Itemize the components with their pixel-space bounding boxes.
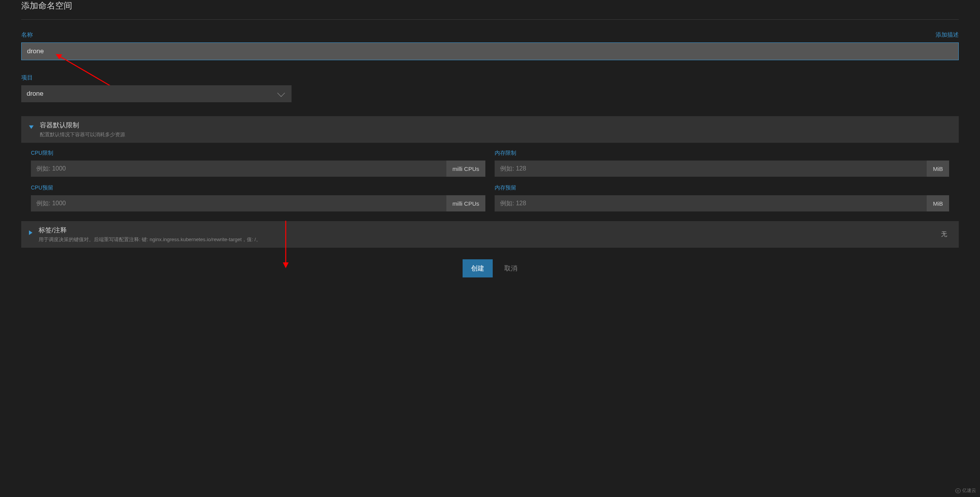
labels-section-status: 无 — [941, 230, 951, 238]
cpu-reserve-input[interactable] — [31, 195, 446, 211]
cpu-limit-label: CPU限制 — [31, 150, 485, 157]
divider — [21, 19, 959, 20]
container-limits-desc: 配置默认情况下容器可以消耗多少资源 — [40, 131, 951, 138]
watermark: ∞ 亿速云 — [955, 487, 976, 494]
cpu-limit-input[interactable] — [31, 161, 446, 177]
expand-toggle-icon — [29, 230, 32, 235]
cpu-limit-unit: milli CPUs — [446, 161, 485, 177]
cancel-button[interactable]: 取消 — [504, 264, 517, 273]
container-limits-title: 容器默认限制 — [40, 121, 951, 130]
page-title: 添加命名空间 — [21, 0, 959, 19]
name-label: 名称 — [21, 31, 33, 39]
container-limits-header[interactable]: 容器默认限制 配置默认情况下容器可以消耗多少资源 — [21, 116, 959, 143]
project-field-block: 项目 drone — [21, 74, 959, 102]
mem-reserve-label: 内存预留 — [495, 184, 949, 191]
limits-grid: CPU限制 milli CPUs 内存限制 MiB CPU预留 milli CP… — [21, 150, 959, 221]
add-description-link[interactable]: 添加描述 — [936, 31, 959, 39]
labels-section-title: 标签/注释 — [39, 226, 935, 235]
labels-section-header[interactable]: 标签/注释 用于调度决策的键值对。后端重写请配置注释: 键: nginx.ing… — [21, 221, 959, 248]
mem-reserve-unit: MiB — [927, 195, 949, 211]
mem-limit-label: 内存限制 — [495, 150, 949, 157]
labels-section-desc: 用于调度决策的键值对。后端重写请配置注释: 键: nginx.ingress.k… — [39, 236, 935, 243]
cpu-reserve-label: CPU预留 — [31, 184, 485, 191]
mem-reserve-input[interactable] — [495, 195, 927, 211]
mem-limit-unit: MiB — [927, 161, 949, 177]
watermark-icon: ∞ — [955, 489, 961, 493]
project-label: 项目 — [21, 74, 33, 81]
name-input[interactable] — [21, 42, 959, 60]
collapse-toggle-icon — [29, 125, 34, 129]
mem-limit-input[interactable] — [495, 161, 927, 177]
project-select[interactable]: drone — [21, 85, 292, 102]
project-selected-value: drone — [27, 90, 43, 98]
watermark-text: 亿速云 — [962, 487, 976, 494]
name-field-block: 名称 添加描述 — [21, 31, 959, 60]
cpu-reserve-unit: milli CPUs — [446, 195, 485, 211]
chevron-down-icon — [277, 89, 285, 97]
create-button[interactable]: 创建 — [463, 259, 493, 277]
